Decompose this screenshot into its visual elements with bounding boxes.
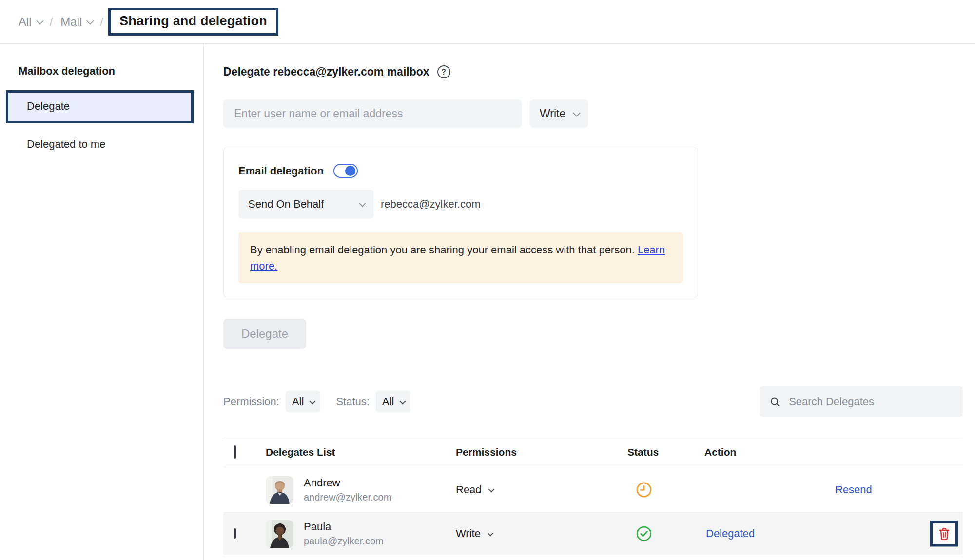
avatar [266,520,293,548]
chevron-down-icon [488,486,494,492]
main-content: Delegate rebecca@zylker.com mailbox ? Wr… [204,44,975,560]
table-header-row: Delegates List Permissions Status Action [223,437,963,467]
table-row: Andrew andrew@zylker.com Read Resend [223,467,963,513]
column-header-delegates-list: Delegates List [258,446,451,458]
breadcrumb-item-mail[interactable]: Mail [60,15,92,29]
chevron-down-icon [86,17,94,25]
chevron-down-icon [400,398,406,404]
delegation-notice: By enabling email delegation you are sha… [238,232,683,283]
pending-clock-icon [635,481,653,499]
status-filter-label: Status: [336,395,369,408]
email-delegation-label: Email delegation [238,165,324,177]
permission-filter-dropdown[interactable]: All [286,391,320,412]
send-mode-dropdown[interactable]: Send On Behalf [238,190,374,219]
row-permission-dropdown[interactable]: Read [451,483,625,496]
chevron-down-icon [359,200,366,207]
column-header-status: Status [625,446,702,458]
sidebar-item-delegated-to-me[interactable]: Delegated to me [27,138,194,151]
delegates-table: Delegates List Permissions Status Action… [223,437,963,555]
help-icon[interactable]: ? [437,65,450,78]
status-filter-value: All [382,395,394,408]
send-mode-value: Send On Behalf [248,198,324,211]
page-title: Delegate rebecca@zylker.com mailbox [223,65,429,78]
delegate-name: Andrew [304,477,391,489]
breadcrumb-mail-label: Mail [60,15,82,29]
delegate-email: andrew@zylker.com [304,492,391,503]
breadcrumb-current-highlighted: Sharing and delegation [108,8,278,36]
select-all-checkbox[interactable] [234,445,236,459]
email-delegation-toggle[interactable] [333,164,358,178]
column-header-permissions: Permissions [451,446,625,458]
owner-email-text: rebecca@zylker.com [381,198,481,211]
search-delegates-input[interactable] [789,395,953,408]
resend-link[interactable]: Resend [835,483,872,496]
permission-filter-label: Permission: [223,395,279,408]
permission-select-value: Write [540,107,566,120]
permission-filter-value: All [292,395,304,408]
delete-delegate-button-highlighted[interactable] [930,521,958,547]
status-filter-dropdown[interactable]: All [376,391,410,412]
search-icon [769,395,781,408]
row-permission-value: Write [456,527,481,540]
chevron-down-icon [36,17,44,25]
delegate-name: Paula [304,521,384,533]
row-permission-value: Read [456,483,482,496]
row-permission-dropdown[interactable]: Write [451,527,625,540]
trash-icon [938,527,951,541]
search-delegates-box [760,386,963,417]
delegated-status-link[interactable]: Delegated [706,527,755,540]
delegate-button[interactable]: Delegate [223,319,306,349]
delegate-email: paula@zylker.com [304,536,384,547]
delegate-user-input[interactable] [223,99,522,128]
avatar [266,476,293,504]
chevron-down-icon [573,109,581,117]
sidebar-item-delegate[interactable]: Delegate [6,90,194,123]
row-checkbox[interactable] [234,528,236,539]
success-check-icon [635,525,653,542]
breadcrumb: All / Mail / Sharing and delegation [0,0,975,44]
breadcrumb-separator: / [100,15,103,29]
breadcrumb-separator: / [50,15,53,29]
chevron-down-icon [310,398,316,404]
chevron-down-icon [487,530,493,536]
email-delegation-card: Email delegation Send On Behalf rebecca@… [223,148,698,297]
toggle-knob [345,166,355,176]
breadcrumb-all-label: All [19,15,32,29]
permission-select-dropdown[interactable]: Write [530,99,588,128]
sharing-delegation-settings-page: All / Mail / Sharing and delegation Mail… [0,0,975,560]
settings-sidebar: Mailbox delegation Delegate Delegated to… [0,44,204,560]
table-row: Paula paula@zylker.com Write Delegated [223,513,963,555]
breadcrumb-item-all[interactable]: All [19,15,42,29]
notice-text: By enabling email delegation you are sha… [250,244,638,256]
column-header-action: Action [702,446,963,458]
sidebar-section-header: Mailbox delegation [19,65,203,77]
